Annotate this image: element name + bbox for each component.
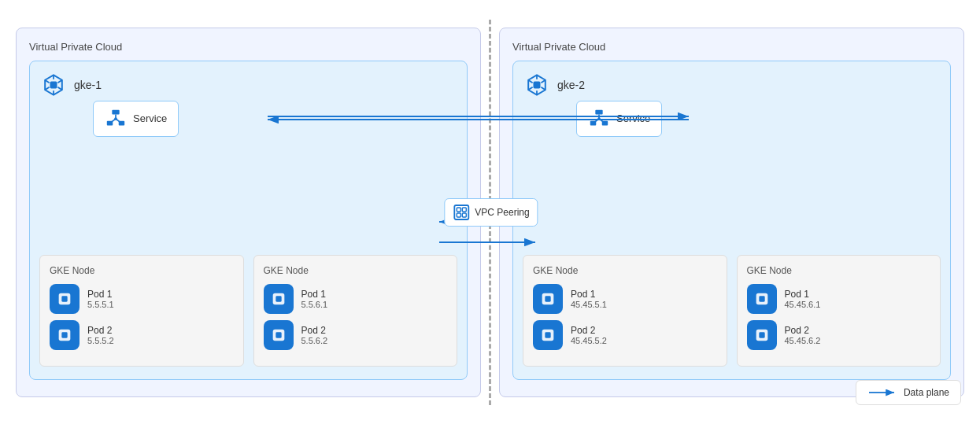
svg-point-44: [597, 117, 601, 120]
vpc-peering-icon: [453, 204, 470, 221]
right-n2-p1-name: Pod 1: [785, 289, 821, 300]
legend-data-plane: Data plane: [867, 387, 949, 398]
svg-rect-25: [457, 208, 460, 212]
right-node-1-pod-1: Pod 1 45.45.5.1: [533, 284, 717, 314]
left-n1-p1-ip: 5.5.5.1: [87, 300, 114, 309]
left-n2-p2-name: Pod 2: [301, 325, 328, 336]
left-service-icon: [105, 108, 127, 130]
svg-rect-50: [759, 296, 764, 301]
left-n2-p1-name: Pod 1: [301, 289, 328, 300]
left-pod-icon: [50, 284, 80, 314]
svg-rect-27: [457, 213, 460, 217]
svg-rect-23: [276, 332, 281, 337]
right-n1-p1-ip: 45.45.5.1: [571, 300, 607, 309]
left-node-1-pod-2-info: Pod 2 5.5.5.2: [87, 325, 114, 345]
left-node-2-pod-1: Pod 1 5.5.6.1: [264, 284, 448, 314]
left-node-1-pod-1-info: Pod 1 5.5.5.1: [87, 289, 114, 309]
left-pod-icon-4: [264, 320, 294, 350]
right-node-2-pod-2-info: Pod 2 45.45.6.2: [785, 325, 821, 345]
right-node-2-pod-1: Pod 1 45.45.6.1: [747, 284, 931, 314]
left-service-label: Service: [133, 112, 167, 124]
svg-rect-21: [276, 296, 281, 301]
svg-rect-48: [545, 332, 550, 337]
right-node-1-pod-2-info: Pod 2 45.45.5.2: [571, 325, 607, 345]
left-n1-p2-name: Pod 2: [87, 325, 114, 336]
left-node-2-pod-2-info: Pod 2 5.5.6.2: [301, 325, 328, 345]
right-pod-icon-4: [747, 320, 777, 350]
right-pod-icon-3: [747, 284, 777, 314]
svg-rect-52: [759, 332, 764, 337]
right-service-label: Service: [616, 112, 650, 124]
left-pod-icon-3: [264, 284, 294, 314]
right-node-2-pod-2: Pod 2 45.45.6.2: [747, 320, 931, 350]
svg-rect-28: [462, 213, 466, 217]
svg-rect-17: [61, 296, 67, 301]
left-n1-p1-name: Pod 1: [87, 289, 114, 300]
right-nodes-row: GKE Node Pod 1 45.45.5.1: [523, 255, 941, 367]
left-gke-cluster: gke-1 Service GKE Node: [29, 61, 468, 380]
right-n1-p1-name: Pod 1: [571, 289, 607, 300]
right-n2-p1-ip: 45.45.6.1: [785, 300, 821, 309]
left-node-1-pod-1: Pod 1 5.5.5.1: [50, 284, 234, 314]
left-node-2-pod-1-info: Pod 1 5.5.6.1: [301, 289, 328, 309]
right-gke-name: gke-2: [557, 79, 585, 91]
left-n2-p2-ip: 5.5.6.2: [301, 336, 328, 345]
right-node-2-label: GKE Node: [747, 265, 931, 276]
right-n2-p2-ip: 45.45.6.2: [785, 336, 821, 345]
svg-rect-31: [534, 81, 541, 88]
legend-data-plane-label: Data plane: [904, 387, 949, 398]
left-n2-p1-ip: 5.5.6.1: [301, 300, 328, 309]
left-gke-header: gke-1: [39, 71, 457, 99]
right-node-2-pod-1-info: Pod 1 45.45.6.1: [785, 289, 821, 309]
dashed-divider: VPC Peering: [489, 20, 491, 405]
svg-rect-38: [595, 109, 602, 114]
svg-rect-9: [112, 109, 119, 114]
left-node-2-label: GKE Node: [264, 265, 448, 276]
left-service-box: Service: [93, 101, 179, 137]
right-n2-p2-name: Pod 2: [785, 325, 821, 336]
right-node-2: GKE Node Pod 1 45.45.6.1: [737, 255, 941, 367]
right-gke-cluster: gke-2 Service GKE Node: [512, 61, 951, 380]
left-n1-p2-ip: 5.5.5.2: [87, 336, 114, 345]
right-pod-icon-1: [533, 284, 563, 314]
left-node-2-pod-2: Pod 2 5.5.6.2: [264, 320, 448, 350]
left-pod-icon-2: [50, 320, 80, 350]
svg-rect-19: [61, 332, 67, 337]
left-node-2: GKE Node Pod 1 5.5.6.1: [253, 255, 458, 367]
left-vpc-box: Virtual Private Cloud gke-1: [16, 28, 481, 397]
vpc-peering-box: VPC Peering: [444, 198, 538, 227]
left-node-1: GKE Node Pod 1 5.5.5.1: [39, 255, 244, 367]
right-service-icon: [588, 108, 610, 130]
right-n1-p2-ip: 45.45.5.2: [571, 336, 607, 345]
svg-rect-2: [50, 81, 57, 88]
right-node-1-pod-1-info: Pod 1 45.45.5.1: [571, 289, 607, 309]
right-n1-p2-name: Pod 2: [571, 325, 607, 336]
diagram-container: Virtual Private Cloud gke-1: [0, 0, 980, 424]
legend-arrow-icon: [867, 387, 899, 398]
left-vpc-label: Virtual Private Cloud: [29, 41, 468, 53]
right-gke-icon: [523, 71, 551, 99]
right-node-1-pod-2: Pod 2 45.45.5.2: [533, 320, 717, 350]
vpc-peering-label: VPC Peering: [475, 207, 529, 218]
right-node-1-label: GKE Node: [533, 265, 717, 276]
svg-rect-46: [545, 296, 550, 301]
left-nodes-row: GKE Node Pod 1 5.5.5.1: [39, 255, 457, 367]
right-vpc-label: Virtual Private Cloud: [512, 41, 951, 53]
right-service-box: Service: [576, 101, 662, 137]
svg-rect-26: [462, 208, 466, 212]
left-gke-icon: [39, 71, 68, 99]
left-node-1-label: GKE Node: [50, 265, 234, 276]
right-node-1: GKE Node Pod 1 45.45.5.1: [523, 255, 727, 367]
right-gke-header: gke-2: [523, 71, 941, 99]
legend-box: Data plane: [856, 380, 961, 405]
right-vpc-box: Virtual Private Cloud gke-2: [499, 28, 964, 397]
left-gke-name: gke-1: [74, 79, 102, 91]
left-node-1-pod-2: Pod 2 5.5.5.2: [50, 320, 234, 350]
right-pod-icon-2: [533, 320, 563, 350]
svg-point-15: [114, 117, 117, 120]
